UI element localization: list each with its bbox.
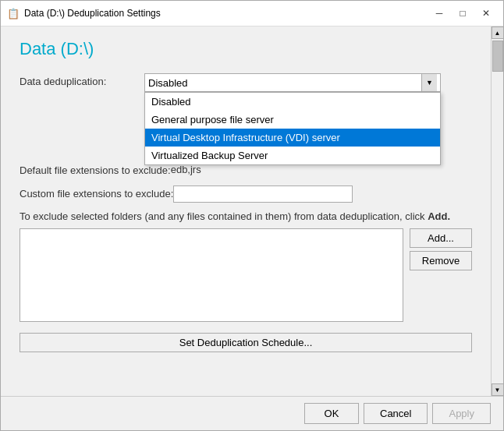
content-area: Data (D:\) Data deduplication: Disabled …: [1, 26, 503, 396]
dropdown-item-vdi[interactable]: Virtual Desktop Infrastructure (VDI) ser…: [145, 129, 440, 147]
scrollbar: ▲ ▼: [491, 26, 503, 396]
custom-extensions-row: Custom file extensions to exclude:: [20, 185, 472, 203]
apply-button[interactable]: Apply: [432, 403, 491, 424]
deduplication-select-value: Disabled: [148, 77, 421, 89]
window-controls: ─ □ ✕: [428, 5, 497, 21]
scroll-down-arrow[interactable]: ▼: [492, 383, 504, 396]
custom-extensions-input[interactable]: [173, 185, 353, 203]
ok-button[interactable]: OK: [304, 403, 359, 424]
main-window: 📋 Data (D:\) Deduplication Settings ─ □ …: [0, 0, 504, 431]
list-area: Add... Remove: [20, 228, 472, 322]
window-title: Data (D:\) Deduplication Settings: [24, 8, 428, 19]
remove-button[interactable]: Remove: [410, 251, 472, 270]
deduplication-control: Disabled ▼ Disabled General purpose file…: [144, 73, 472, 92]
exclude-folders-list: [20, 228, 403, 322]
deduplication-label: Data deduplication:: [20, 73, 144, 89]
list-buttons: Add... Remove: [410, 228, 472, 322]
deduplication-select[interactable]: Disabled ▼: [144, 73, 441, 92]
dropdown-item-backup[interactable]: Virtualized Backup Server: [145, 147, 440, 164]
chevron-down-icon: ▼: [421, 74, 437, 91]
maximize-button[interactable]: □: [452, 5, 474, 21]
custom-extensions-label: Custom file extensions to exclude:: [20, 185, 173, 201]
scroll-up-arrow[interactable]: ▲: [492, 26, 504, 39]
cancel-button[interactable]: Cancel: [364, 403, 428, 424]
scroll-thumb[interactable]: [492, 41, 503, 72]
add-button[interactable]: Add...: [410, 228, 472, 248]
dropdown-menu: Disabled General purpose file server Vir…: [144, 92, 441, 165]
dropdown-item-gp[interactable]: General purpose file server: [145, 111, 440, 129]
main-panel: Data (D:\) Data deduplication: Disabled …: [1, 26, 491, 396]
minimize-button[interactable]: ─: [428, 5, 450, 21]
page-title: Data (D:\): [20, 39, 472, 59]
close-button[interactable]: ✕: [475, 5, 497, 21]
bottom-bar: OK Cancel Apply: [1, 396, 503, 430]
schedule-button[interactable]: Set Deduplication Schedule...: [20, 333, 472, 352]
window-icon: 📋: [7, 7, 20, 19]
exclude-folders-text: To exclude selected folders (and any fil…: [20, 210, 472, 222]
deduplication-row: Data deduplication: Disabled ▼ Disabled …: [20, 73, 472, 92]
title-bar: 📋 Data (D:\) Deduplication Settings ─ □ …: [1, 1, 503, 26]
dropdown-item-disabled[interactable]: Disabled: [145, 93, 440, 111]
